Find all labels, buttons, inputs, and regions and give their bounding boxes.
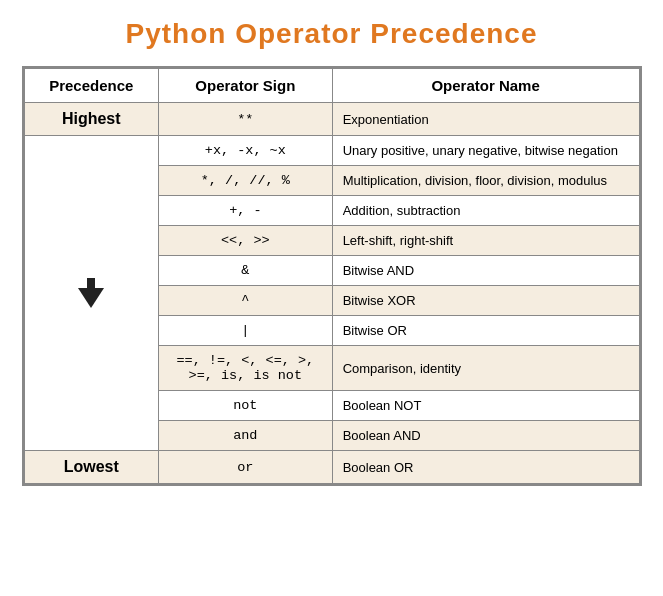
header-precedence: Precedence	[24, 69, 159, 103]
operator-name: Multiplication, division, floor, divisio…	[332, 166, 639, 196]
operator-name: Boolean OR	[332, 451, 639, 484]
operator-sign: ==, !=, <, <=, >, >=, is, is not	[159, 346, 333, 391]
precedence-arrow-cell	[24, 136, 159, 451]
operator-name: Exponentiation	[332, 103, 639, 136]
operator-sign: **	[159, 103, 333, 136]
operator-name: Comparison, identity	[332, 346, 639, 391]
operator-name: Boolean AND	[332, 421, 639, 451]
operator-sign: not	[159, 391, 333, 421]
operator-name: Addition, subtraction	[332, 196, 639, 226]
operator-sign: &	[159, 256, 333, 286]
operator-name: Unary positive, unary negative, bitwise …	[332, 136, 639, 166]
header-operator-sign: Operator Sign	[159, 69, 333, 103]
operator-name: Bitwise AND	[332, 256, 639, 286]
table-row: +x, -x, ~xUnary positive, unary negative…	[24, 136, 639, 166]
table-row: Highest**Exponentiation	[24, 103, 639, 136]
operator-sign: <<, >>	[159, 226, 333, 256]
operator-sign: +x, -x, ~x	[159, 136, 333, 166]
operator-sign: *, /, //, %	[159, 166, 333, 196]
operator-sign: or	[159, 451, 333, 484]
page-title: Python Operator Precedence	[126, 18, 538, 50]
main-table: Precedence Operator Sign Operator Name H…	[22, 66, 642, 486]
operator-sign: and	[159, 421, 333, 451]
operator-sign: +, -	[159, 196, 333, 226]
header-operator-name: Operator Name	[332, 69, 639, 103]
table-row: LowestorBoolean OR	[24, 451, 639, 484]
precedence-highest: Highest	[24, 103, 159, 136]
operator-name: Boolean NOT	[332, 391, 639, 421]
operator-name: Bitwise OR	[332, 316, 639, 346]
precedence-lowest: Lowest	[24, 451, 159, 484]
operator-name: Left-shift, right-shift	[332, 226, 639, 256]
operator-name: Bitwise XOR	[332, 286, 639, 316]
operator-sign: ^	[159, 286, 333, 316]
operator-sign: |	[159, 316, 333, 346]
